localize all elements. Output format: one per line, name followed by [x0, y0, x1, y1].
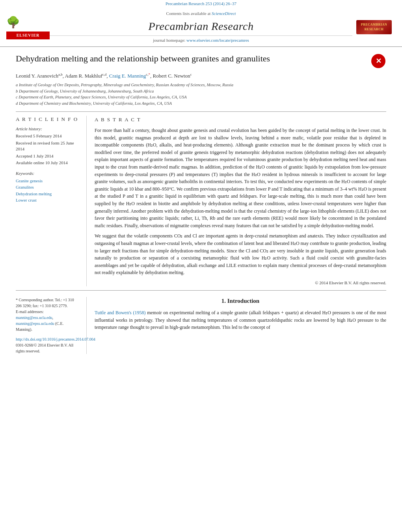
homepage-line: journal homepage: www.elsevier.com/locat… [50, 35, 352, 43]
tuttle-bowen-link[interactable]: Tuttle and Bowen's (1958) [95, 310, 145, 315]
journal-header-band: 🌳 ELSEVIER Contents lists available at S… [0, 7, 402, 47]
divider-2 [16, 290, 386, 291]
keywords-section: Keywords: Granite genesis Granulites Deh… [16, 171, 81, 203]
divider-1 [16, 111, 386, 112]
bottom-section: * Corresponding author. Tel.: +1 310 206… [16, 297, 386, 354]
received-date: Received 5 February 2014 [16, 133, 81, 139]
article-title-section: Dehydration melting and the relationship… [16, 53, 386, 69]
introduction-column: 1. Introduction Tuttle and Bowen's (1958… [87, 297, 386, 354]
journal-reference: Precambrian Research 253 (2014) 26–37 [0, 0, 402, 7]
abstract-paragraph-1: For more than half a century, thought ab… [95, 127, 386, 229]
affiliations: a Institute of Geology of Ore Deposits, … [16, 82, 386, 107]
available-date: Available online 10 July 2014 [16, 160, 81, 166]
article-info-header: A R T I C L E I N F O [16, 116, 81, 123]
abstract-paragraph-2: We suggest that the volatile components … [95, 232, 386, 276]
email-footnote: E-mail addresses: manning@ess.ucla.edu, … [16, 309, 81, 332]
journal-title-center: Contents lists available at ScienceDirec… [50, 11, 352, 43]
main-content: Dehydration melting and the relationship… [0, 47, 402, 360]
article-history-label: Article history: [16, 126, 81, 132]
footnotes-column: * Corresponding author. Tel.: +1 310 206… [16, 297, 87, 354]
article-info-abstract-section: A R T I C L E I N F O Article history: R… [16, 116, 386, 286]
elsevier-wordmark: ELSEVIER [6, 32, 50, 39]
crossmark-icon: ✕ [370, 53, 386, 69]
article-info-column: A R T I C L E I N F O Article history: R… [16, 116, 87, 286]
email-2-link[interactable]: manning@epss.ucla.edu [16, 321, 54, 326]
journal-badge: PRECAMBRIANRESEARCH [356, 20, 392, 34]
homepage-url[interactable]: www.elsevier.com/locate/precamres [186, 38, 249, 43]
corresponding-footnote: * Corresponding author. Tel.: +1 310 206… [16, 297, 81, 309]
keyword-4[interactable]: Lower crust [16, 197, 81, 203]
journal-badge-section: PRECAMBRIANRESEARCH [352, 20, 396, 34]
affil-a: a Institute of Geology of Ore Deposits, … [16, 82, 386, 88]
keywords-label: Keywords: [16, 171, 81, 176]
sciencedirect-link[interactable]: ScienceDirect [212, 11, 236, 16]
introduction-paragraph: Tuttle and Bowen's (1958) memoir on expe… [95, 309, 386, 331]
authors-line: Leonid Y. Aranovicha,b, Adam R. Makhlufc… [16, 72, 386, 80]
keyword-2[interactable]: Granulites [16, 184, 81, 190]
elsevier-logo-section: 🌳 ELSEVIER [6, 15, 50, 39]
doi-line: http://dx.doi.org/10.1016/j.precamres.20… [16, 336, 81, 342]
abstract-column: A B S T R A C T For more than half a cen… [95, 116, 386, 286]
issn-line: 0301-9268/© 2014 Elsevier B.V. All right… [16, 342, 81, 354]
accepted-date: Accepted 1 July 2014 [16, 153, 81, 159]
email-1-link[interactable]: manning@ess.ucla.edu [16, 315, 52, 320]
article-title: Dehydration melting and the relationship… [16, 53, 367, 65]
introduction-header: 1. Introduction [95, 297, 386, 305]
journal-name: Precambrian Research [50, 19, 352, 34]
doi-link[interactable]: http://dx.doi.org/10.1016/j.precamres.20… [16, 337, 95, 341]
keyword-1[interactable]: Granite genesis [16, 178, 81, 184]
author-newton: Robert C. Newton [153, 73, 190, 79]
affil-c: c Department of Earth, Planetary, and Sp… [16, 94, 386, 100]
revised-date: Received in revised form 25 June 2014 [16, 140, 81, 152]
author-aranovich: Leonid Y. Aranovich [16, 73, 58, 79]
author-manning: Craig E. Manning [109, 73, 146, 79]
sciencedirect-line: Contents lists available at ScienceDirec… [50, 11, 352, 17]
keyword-3[interactable]: Dehydration melting [16, 191, 81, 197]
affil-b: b Department of Geology, University of J… [16, 88, 386, 95]
abstract-header: A B S T R A C T [95, 116, 386, 124]
elsevier-tree-icon: 🌳 [6, 15, 50, 30]
svg-text:✕: ✕ [376, 57, 382, 65]
copyright-line: © 2014 Elsevier B.V. All rights reserved… [95, 280, 386, 286]
author-makhluf: Adam R. Makhluf [65, 73, 102, 79]
affil-d: d Department of Chemistry and Biochemist… [16, 100, 386, 107]
